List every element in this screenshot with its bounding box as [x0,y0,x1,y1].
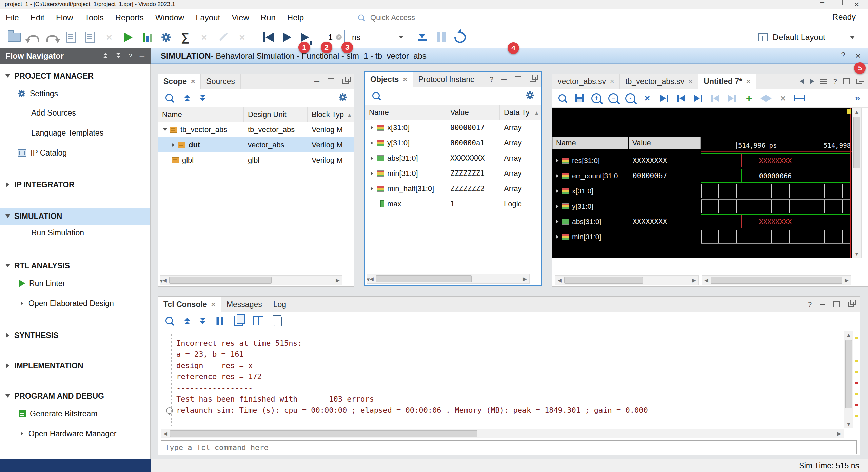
settings-button[interactable] [157,29,176,45]
scrollbar-thumb[interactable] [711,277,842,284]
sim-run-all-button[interactable] [278,29,297,45]
maximize-icon[interactable] [328,78,334,84]
tab-objects[interactable]: Objects [365,72,413,87]
tcl-command-input[interactable] [161,440,857,454]
horizontal-scrollbar[interactable]: ◀ ▶ [367,274,530,284]
chevron-right-icon[interactable] [371,141,373,145]
annotation-mark[interactable] [855,371,858,373]
close-icon[interactable] [746,77,750,85]
scroll-up-icon[interactable]: ▲ [844,332,853,338]
goto-cursor-button[interactable] [657,91,672,106]
window-maximize-icon[interactable] [836,0,843,5]
chevron-down-icon[interactable] [163,128,167,131]
sidebar-section-synthesis[interactable]: SYNTHESIS [0,328,150,343]
cancel-button[interactable] [195,29,214,45]
collapse-all-icon[interactable] [184,95,190,101]
save-waveform-button[interactable] [572,91,587,106]
zoom-out-button[interactable] [606,91,621,106]
collapse-all-icon[interactable] [103,53,107,59]
swap-cursor-button[interactable] [758,91,773,106]
wave-signal-row[interactable]: min[31:0] [552,229,629,244]
tcl-command-field[interactable] [161,443,856,452]
close-icon[interactable] [211,300,215,308]
horizontal-scrollbar[interactable]: ◀ ▶ [555,275,699,285]
scrollbar-thumb[interactable] [376,275,472,282]
scrollbar-thumb[interactable] [845,340,852,408]
tab-log[interactable]: Log [268,297,292,312]
close-icon[interactable] [191,77,195,85]
close-design-button[interactable] [100,29,119,45]
float-icon[interactable] [856,79,862,84]
column-header-name[interactable]: Name [365,105,446,120]
remove-cursor-button[interactable] [640,91,655,106]
wave-signal-row[interactable]: err_count[31:0 [552,168,629,183]
prev-marker-button[interactable] [674,91,689,106]
sidebar-item-open-elaborated-design[interactable]: Open Elaborated Design [0,296,150,311]
chevron-right-icon[interactable] [556,159,559,162]
table-row[interactable]: dut vector_abs Verilog M [158,137,354,152]
wave-signal-row[interactable]: y[31:0] [552,199,629,214]
quick-access-input[interactable] [370,13,446,22]
sidebar-section-program-and-debug[interactable]: PROGRAM AND DEBUG [0,389,150,404]
prev-transition-button[interactable] [708,91,723,106]
scroll-down-icon[interactable]: ▼ [365,276,372,282]
annotation-mark[interactable] [855,360,858,362]
chevron-right-icon[interactable] [556,189,559,193]
maximize-icon[interactable] [515,76,521,82]
pause-output-icon[interactable] [217,317,223,325]
float-icon[interactable] [848,302,854,307]
find-button[interactable] [555,91,570,106]
wave-signal-row[interactable]: res[31:0] [552,153,629,168]
scroll-down-icon[interactable]: ▼ [158,278,165,284]
close-wave-button[interactable] [775,91,790,106]
menu-file[interactable]: File [0,10,25,25]
sidebar-section-simulation[interactable]: SIMULATION [0,208,150,225]
close-icon[interactable] [688,77,692,85]
fit-width-button[interactable] [792,91,807,106]
scroll-down-icon[interactable]: ▼ [852,251,861,257]
edit-button[interactable] [214,29,233,45]
table-row[interactable]: glbl glbl Verilog M [158,152,354,168]
menu-view[interactable]: View [226,10,255,25]
chevron-right-icon[interactable] [172,143,175,147]
chevron-right-icon[interactable] [371,126,373,129]
search-icon[interactable] [165,316,174,326]
delete-button[interactable] [233,29,252,45]
menu-window[interactable]: Window [150,10,190,25]
menu-run[interactable]: Run [255,10,281,25]
tab-tb-vector-abs-sv[interactable]: tb_vector_abs.sv [620,74,698,89]
next-marker-button[interactable] [691,91,706,106]
sidebar-item-settings[interactable]: Settings [0,86,150,101]
search-icon[interactable] [372,91,381,101]
menu-flow[interactable]: Flow [50,10,79,25]
minimize-icon[interactable] [314,77,319,85]
help-icon[interactable] [833,77,837,85]
tab-vector-abs-sv[interactable]: vector_abs.sv [552,74,620,89]
close-icon[interactable] [403,75,407,83]
redo-button[interactable] [43,29,62,45]
scroll-right-icon[interactable]: ▶ [520,276,529,282]
minimize-icon[interactable] [140,52,144,60]
scrollbar-thumb[interactable] [853,117,860,168]
grid-icon[interactable] [253,316,263,325]
wave-cursor-line[interactable] [850,108,851,258]
console-output[interactable]: Incorrect res at time 515ns:a = 23, b = … [176,337,648,416]
sidebar-item-run-simulation[interactable]: Run Simulation [0,225,150,240]
more-tools-button[interactable] [850,91,865,106]
sidebar-item-add-sources[interactable]: Add Sources [0,105,150,120]
column-header-data-type[interactable]: Data Ty [500,105,534,120]
menu-edit[interactable]: Edit [25,10,50,25]
scrollbar-thumb[interactable] [169,277,272,284]
scroll-left-icon[interactable]: ◀ [161,431,170,437]
chevron-right-icon[interactable] [556,235,559,239]
window-close-icon[interactable] [854,0,859,10]
table-row[interactable]: y[31:0] 000000a1 Array [365,135,541,150]
expand-all-icon[interactable] [200,95,205,101]
column-header-block-type[interactable]: Block Typ [308,107,347,122]
maximize-icon[interactable] [843,78,850,84]
expand-all-icon[interactable] [116,53,120,59]
tab-sources[interactable]: Sources [201,74,240,89]
sidebar-section-project-manager[interactable]: PROJECT MANAGER [0,68,150,83]
tab-tcl-console[interactable]: Tcl Console [158,297,221,312]
maximize-icon[interactable] [833,301,840,307]
